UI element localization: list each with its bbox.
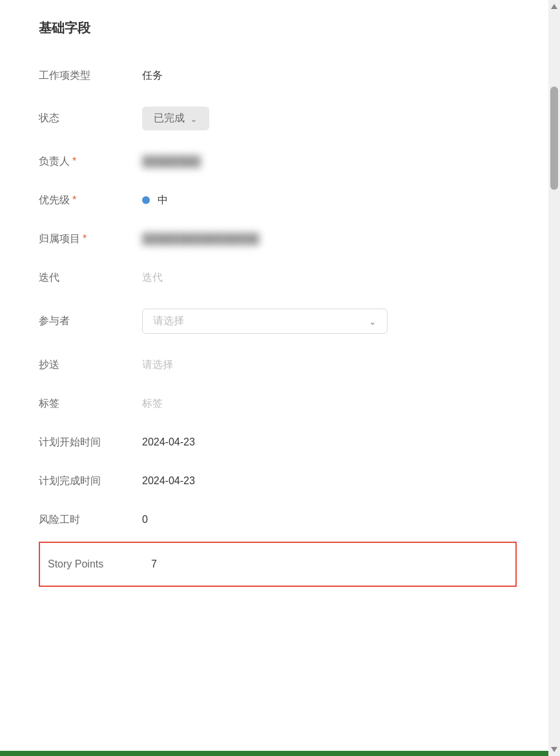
value-tags[interactable]: 标签 bbox=[142, 397, 517, 411]
bottom-bar bbox=[0, 751, 548, 756]
label-iteration: 迭代 bbox=[39, 271, 142, 285]
scroll-up-arrow[interactable] bbox=[551, 4, 557, 9]
value-participants[interactable]: 请选择 ⌄ bbox=[142, 309, 517, 334]
section-title: 基础字段 bbox=[39, 19, 517, 37]
label-project: 归属项目 * bbox=[39, 232, 142, 246]
value-work-item-type: 任务 bbox=[142, 69, 517, 83]
label-assignee: 负责人 * bbox=[39, 155, 142, 169]
chevron-down-icon: ⌄ bbox=[369, 316, 377, 327]
scroll-down-arrow[interactable] bbox=[551, 747, 557, 752]
field-row-tags: 标签 标签 bbox=[39, 384, 517, 423]
field-row-work-item-type: 工作项类型 任务 bbox=[39, 56, 517, 95]
main-container: 基础字段 工作项类型 任务 状态 已完成 ⌄ 负责人 * ████████ 优先… bbox=[0, 0, 543, 756]
field-row-priority: 优先级 * 中 bbox=[39, 181, 517, 220]
field-row-assignee: 负责人 * ████████ bbox=[39, 142, 517, 181]
value-story-points[interactable]: 7 bbox=[151, 558, 508, 570]
label-participants: 参与者 bbox=[39, 314, 142, 328]
value-plan-end[interactable]: 2024-04-23 bbox=[142, 475, 517, 487]
label-cc: 抄送 bbox=[39, 358, 142, 372]
required-mark-project: * bbox=[83, 233, 87, 245]
value-project[interactable]: ████████████████ bbox=[142, 233, 517, 245]
story-points-row[interactable]: Story Points 7 bbox=[39, 542, 517, 587]
required-mark-assignee: * bbox=[72, 156, 76, 167]
scrollbar[interactable] bbox=[548, 0, 560, 756]
chevron-down-icon: ⌄ bbox=[190, 114, 198, 124]
label-tags: 标签 bbox=[39, 397, 142, 411]
field-row-plan-end: 计划完成时间 2024-04-23 bbox=[39, 462, 517, 500]
value-cc[interactable]: 请选择 bbox=[142, 358, 517, 372]
value-assignee[interactable]: ████████ bbox=[142, 156, 517, 167]
required-mark-priority: * bbox=[72, 194, 76, 206]
field-row-participants: 参与者 请选择 ⌄ bbox=[39, 297, 517, 345]
label-story-points: Story Points bbox=[48, 558, 151, 570]
field-row-project: 归属项目 * ████████████████ bbox=[39, 220, 517, 258]
field-row-cc: 抄送 请选择 bbox=[39, 345, 517, 384]
label-plan-start: 计划开始时间 bbox=[39, 436, 142, 449]
value-risk-hours[interactable]: 0 bbox=[142, 514, 517, 526]
priority-dot bbox=[142, 196, 150, 204]
label-plan-end: 计划完成时间 bbox=[39, 475, 142, 488]
value-plan-start[interactable]: 2024-04-23 bbox=[142, 436, 517, 448]
value-iteration[interactable]: 迭代 bbox=[142, 271, 517, 285]
value-priority[interactable]: 中 bbox=[142, 194, 517, 207]
field-row-status: 状态 已完成 ⌄ bbox=[39, 95, 517, 142]
status-badge[interactable]: 已完成 ⌄ bbox=[142, 107, 209, 130]
label-work-item-type: 工作项类型 bbox=[39, 69, 142, 83]
field-row-risk-hours: 风险工时 0 bbox=[39, 500, 517, 539]
value-status[interactable]: 已完成 ⌄ bbox=[142, 107, 517, 130]
label-status: 状态 bbox=[39, 112, 142, 125]
participants-select[interactable]: 请选择 ⌄ bbox=[142, 309, 388, 334]
label-priority: 优先级 * bbox=[39, 194, 142, 207]
field-row-plan-start: 计划开始时间 2024-04-23 bbox=[39, 423, 517, 462]
field-row-iteration: 迭代 迭代 bbox=[39, 258, 517, 297]
scrollbar-thumb[interactable] bbox=[550, 87, 558, 190]
label-risk-hours: 风险工时 bbox=[39, 513, 142, 527]
